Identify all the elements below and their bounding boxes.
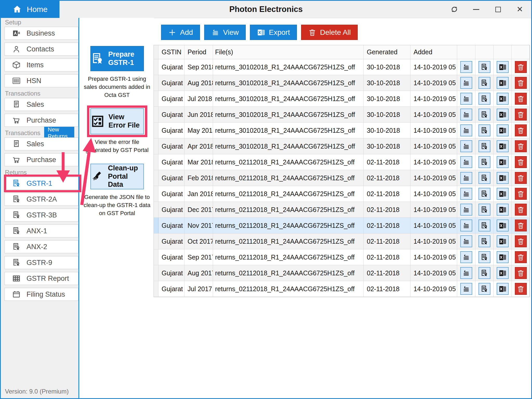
view-button[interactable]: View	[204, 25, 246, 40]
row-export-excel-button[interactable]	[497, 204, 509, 216]
minimize-button[interactable]	[471, 5, 481, 14]
table-row[interactable]: Gujarat Jul 2018 returns_30102018_R1_24A…	[154, 91, 529, 107]
row-selector-cell[interactable]	[154, 170, 158, 186]
row-export-excel-button[interactable]	[497, 77, 509, 89]
row-delete-button[interactable]	[515, 235, 527, 247]
row-export-excel-button[interactable]	[497, 156, 509, 168]
row-delete-button[interactable]	[515, 93, 527, 105]
row-gstr-file-button[interactable]	[478, 156, 490, 168]
sidebar-item-contacts[interactable]: Contacts	[4, 43, 78, 56]
row-delete-button[interactable]	[515, 61, 527, 73]
sidebar-item-anx-2[interactable]: ANX-2	[4, 240, 78, 253]
row-delete-button[interactable]	[515, 267, 527, 279]
row-delete-button[interactable]	[515, 251, 527, 263]
row-export-excel-button[interactable]	[497, 93, 509, 105]
row-export-excel-button[interactable]	[497, 267, 509, 279]
table-row[interactable]: Gujarat Mar 2018 returns_02112018_R1_24A…	[154, 154, 529, 170]
row-view-button[interactable]	[460, 93, 472, 105]
header-period[interactable]: Period	[184, 45, 213, 59]
row-gstr-file-button[interactable]	[478, 109, 490, 121]
row-export-excel-button[interactable]	[497, 124, 509, 136]
row-gstr-file-button[interactable]	[478, 251, 490, 263]
sidebar-item-gstr-3b[interactable]: GSTR-3B	[4, 209, 78, 222]
table-row[interactable]: Gujarat Aug 2018 returns_30102018_R1_24A…	[154, 75, 529, 91]
sidebar-item-gstr-1[interactable]: GSTR-1	[4, 177, 78, 190]
row-gstr-file-button[interactable]	[478, 124, 490, 136]
maximize-button[interactable]	[493, 5, 503, 14]
row-view-button[interactable]	[460, 109, 472, 121]
row-export-excel-button[interactable]	[497, 172, 509, 184]
row-view-button[interactable]	[460, 172, 472, 184]
row-selector-cell[interactable]	[154, 249, 158, 265]
header-files[interactable]: File(s)	[213, 45, 364, 59]
delete-all-button[interactable]: Delete All	[301, 25, 358, 40]
row-export-excel-button[interactable]	[497, 109, 509, 121]
prepare-gstr1-button[interactable]: Prepare GSTR-1	[90, 46, 144, 71]
sidebar-item-sales[interactable]: Sales	[4, 98, 78, 111]
row-selector-cell[interactable]	[154, 281, 158, 297]
row-delete-button[interactable]	[515, 188, 527, 200]
row-delete-button[interactable]	[515, 156, 527, 168]
home-button[interactable]: Home	[1, 1, 59, 18]
header-generated[interactable]: Generated	[364, 45, 410, 59]
sidebar-item-gstr-report[interactable]: GSTR Report	[4, 272, 78, 285]
table-row[interactable]: Gujarat May 2018 returns_30102018_R1_24A…	[154, 123, 529, 138]
row-export-excel-button[interactable]	[497, 251, 509, 263]
row-selector-cell[interactable]	[154, 186, 158, 202]
row-selector-cell[interactable]	[154, 154, 158, 170]
row-export-excel-button[interactable]	[497, 140, 509, 152]
row-view-button[interactable]	[460, 156, 472, 168]
header-added[interactable]: Added	[410, 45, 457, 59]
row-gstr-file-button[interactable]	[478, 61, 490, 73]
view-error-file-button[interactable]: View Error File	[90, 108, 144, 134]
export-button[interactable]: Export	[250, 25, 297, 40]
row-export-excel-button[interactable]	[497, 220, 509, 231]
row-gstr-file-button[interactable]	[478, 283, 490, 295]
sidebar-item-business[interactable]: Business	[4, 27, 78, 40]
sidebar-item-purchase-new[interactable]: Purchase	[4, 153, 78, 166]
sidebar-item-gstr-9[interactable]: GSTR-9	[4, 256, 78, 269]
row-view-button[interactable]	[460, 188, 472, 200]
row-gstr-file-button[interactable]	[478, 267, 490, 279]
row-gstr-file-button[interactable]	[478, 172, 490, 184]
row-view-button[interactable]	[460, 251, 472, 263]
row-delete-button[interactable]	[515, 124, 527, 136]
row-delete-button[interactable]	[515, 109, 527, 121]
row-selector-cell[interactable]	[154, 234, 158, 249]
row-export-excel-button[interactable]	[497, 61, 509, 73]
table-row[interactable]: Gujarat Sep 2017 returns_02112018_R1_24A…	[154, 249, 529, 265]
table-row[interactable]: Gujarat Nov 2017 returns_02112018_R1_24A…	[154, 218, 529, 234]
table-row[interactable]: Gujarat Sep 2018 returns_30102018_R1_24A…	[154, 59, 529, 75]
sidebar-item-purchase[interactable]: Purchase	[4, 114, 78, 127]
row-selector-cell[interactable]	[154, 123, 158, 138]
table-row[interactable]: Gujarat Feb 2018 returns_02112018_R1_24A…	[154, 170, 529, 186]
row-view-button[interactable]	[460, 61, 472, 73]
row-selector-cell[interactable]	[154, 202, 158, 217]
table-row[interactable]: Gujarat Aug 2017 returns_02112018_R1_24A…	[154, 265, 529, 281]
header-gstin[interactable]: GSTIN	[158, 45, 184, 59]
row-gstr-file-button[interactable]	[478, 77, 490, 89]
row-view-button[interactable]	[460, 77, 472, 89]
sidebar-item-anx-1[interactable]: ANX-1	[4, 224, 78, 237]
row-gstr-file-button[interactable]	[478, 140, 490, 152]
row-export-excel-button[interactable]	[497, 283, 509, 295]
row-view-button[interactable]	[460, 140, 472, 152]
table-row[interactable]: Gujarat Jan 2018 returns_02112018_R1_24A…	[154, 186, 529, 202]
row-delete-button[interactable]	[515, 172, 527, 184]
sidebar-item-hsn[interactable]: HSN	[4, 74, 78, 87]
row-view-button[interactable]	[460, 220, 472, 231]
row-selector-cell[interactable]	[154, 75, 158, 91]
sidebar-item-sales-new[interactable]: Sales	[4, 137, 78, 150]
row-view-button[interactable]	[460, 204, 472, 216]
table-row[interactable]: Gujarat Jul 2017 returns_02112018_R1_24A…	[154, 281, 529, 297]
row-gstr-file-button[interactable]	[478, 93, 490, 105]
sidebar-item-filing-status[interactable]: Filing Status	[4, 288, 78, 301]
row-selector-cell[interactable]	[154, 138, 158, 154]
row-delete-button[interactable]	[515, 204, 527, 216]
row-selector-cell[interactable]	[154, 265, 158, 281]
row-selector-cell[interactable]	[154, 218, 158, 233]
row-delete-button[interactable]	[515, 220, 527, 231]
table-row[interactable]: Gujarat Oct 2017 returns_02112018_R1_24A…	[154, 234, 529, 249]
row-selector-cell[interactable]	[154, 91, 158, 107]
table-row[interactable]: Gujarat Apr 2018 returns_30102018_R1_24A…	[154, 138, 529, 154]
